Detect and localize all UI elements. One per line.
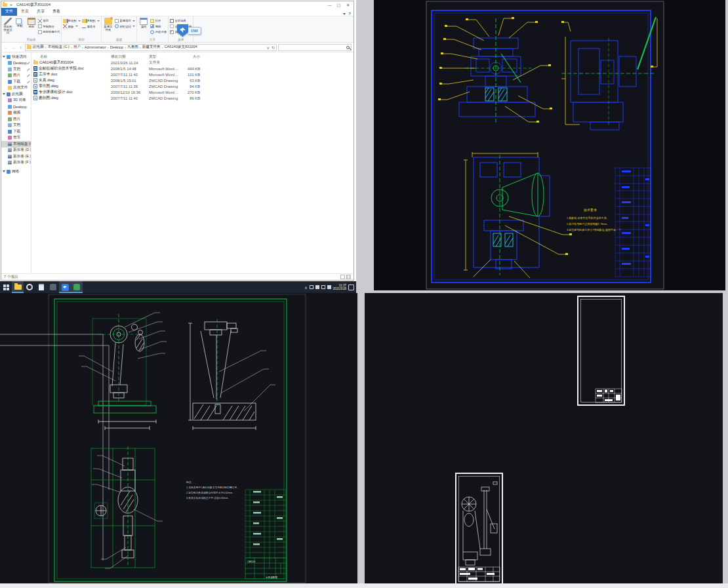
breadcrumb-current-folder[interactable]: CA6140拨叉831004 (164, 45, 198, 50)
breadcrumb-fankantu[interactable]: 凡看图 (127, 45, 139, 50)
tray-security-icon[interactable] (310, 285, 313, 289)
breadcrumb-users[interactable]: 用户 (73, 45, 81, 50)
sidebar-item-network[interactable]: 网络 (1, 168, 31, 175)
open-button[interactable]: 打开 (150, 18, 167, 23)
search-box[interactable] (278, 44, 352, 51)
tab-file[interactable]: 文件 (1, 8, 17, 16)
taskbar-explorer-button[interactable] (12, 281, 24, 293)
file-row-fixture-dwg[interactable]: 夹具.dwg 2008/1/5 15:01ZWCAD Drawing63 KB (33, 77, 354, 83)
paste-shortcut-button[interactable]: 粘贴快捷方式 (38, 29, 60, 34)
column-date[interactable]: 修改日期 (111, 54, 149, 60)
sidebar-item-desktop[interactable]: Desktop (1, 104, 31, 110)
close-button[interactable]: ✕ (344, 2, 352, 9)
tab-home[interactable]: 主页 (17, 8, 33, 16)
start-button[interactable] (0, 281, 12, 293)
new-folder-button[interactable]: 新建文件夹 (103, 17, 113, 31)
help-icon[interactable]: ? (348, 12, 351, 16)
column-type[interactable]: 类型 (149, 54, 180, 60)
thumbnail-view-icon[interactable] (346, 275, 351, 279)
sidebar-item-volume-f[interactable]: 新加卷 (F:) (1, 160, 31, 167)
history-button[interactable]: 历史记录 (150, 29, 167, 34)
minimize-button[interactable]: — (325, 2, 334, 9)
breadcrumb-new-folder[interactable]: 新建文件夹 (142, 45, 161, 50)
file-row-process-card[interactable]: 工序卡.doc 2007/7/11 11:40Microsoft Word ..… (33, 71, 354, 77)
note-1: 1.装配前,各零件去毛刺并清洗干净。 (567, 216, 609, 220)
window-controls: — ▢ ✕ (325, 2, 352, 9)
sidebar-item-pictures[interactable]: 图片 (1, 116, 31, 123)
maximize-button[interactable]: ▢ (334, 2, 343, 9)
column-size[interactable]: 大小 (180, 54, 200, 60)
desktop-icon (8, 61, 12, 65)
quick-access-toolbar-icon[interactable] (9, 3, 13, 7)
breadcrumb-disk-c[interactable]: 本地磁盘 (C:) (47, 45, 70, 50)
taskbar-dark-app-button[interactable] (47, 281, 59, 293)
sidebar-item-3d-objects[interactable]: 3D 对象 (1, 98, 31, 104)
sidebar-item-local-disk-c[interactable]: 本地磁盘 (C:) (1, 141, 31, 147)
sidebar-item-volume-d[interactable]: 新加卷 (D:) (1, 147, 31, 154)
tray-expand-icon[interactable]: ∧ (304, 285, 307, 290)
easy-access-button[interactable]: 轻松访问 (115, 24, 135, 29)
sidebar-item-pictures-pin[interactable]: 图片 (1, 73, 31, 79)
file-row-doc-college[interactable]: 金献机械职业技术学院.doc 2008/1/5 14:48Microsoft W… (33, 66, 354, 71)
sidebar-item-downloads[interactable]: 下载 (1, 128, 31, 135)
taskbar-document-app-button[interactable] (35, 281, 47, 293)
ribbon-tabs: 文件 主页 共享 查看 ? (1, 9, 354, 16)
copy-to-button[interactable]: 复制到 (82, 18, 100, 23)
cut-button[interactable]: 剪切 (38, 18, 60, 23)
action-center-icon[interactable] (348, 284, 354, 290)
file-row-course-design-doc[interactable]: 专业课课程设计.doc 2000/12/10 16:36Microsoft Wo… (33, 89, 354, 95)
desktop-icon (8, 105, 12, 109)
paste-button[interactable]: 粘贴 (26, 17, 37, 29)
tab-view[interactable]: 查看 (49, 8, 64, 16)
file-row-grinding-dwg[interactable]: 磨削图.dwg 2007/7/11 11:40ZWCAD Drawing86 K… (33, 95, 354, 101)
taskbar-browser-button[interactable] (24, 281, 35, 293)
file-row-part-dwg[interactable]: 零件图.dwg 2007/7/11 11:39ZWCAD Drawing84 K… (33, 83, 354, 89)
taskbar-clock[interactable]: 11:37 2021/3/28 (333, 284, 346, 291)
delete-button[interactable]: 删除 (63, 24, 81, 29)
move-to-button[interactable]: 移动到 (63, 18, 81, 23)
sidebar-item-quick-access[interactable]: 快速访问 (1, 54, 31, 60)
note-2: 2.定位销与夹具体配合间隙不大于0.02mm. (186, 491, 233, 494)
sidebar-item-other-folder[interactable]: 其他文件 (1, 85, 31, 92)
properties-button[interactable]: 属性 (138, 17, 149, 29)
file-row-folder[interactable]: CA6140拨叉831004 2021/3/26 11:24文件夹 (33, 60, 354, 66)
sidebar-item-desktop-pin[interactable]: Desktop (1, 60, 31, 67)
taskbar-green-app-button[interactable] (71, 281, 83, 293)
open-icon (150, 19, 154, 23)
group-label-new: 新建 (103, 37, 135, 42)
sidebar-item-music[interactable]: 音乐 (1, 135, 31, 142)
sidebar-item-this-pc[interactable]: 此电脑 (1, 91, 31, 98)
tray-ime-icon[interactable] (327, 285, 331, 289)
copy-path-button[interactable]: 复制路径 (38, 24, 60, 29)
tray-volume-icon[interactable] (315, 285, 319, 289)
sidebar-item-volume-e[interactable]: 新加卷 (E:) (1, 153, 31, 160)
taskbar-cad-app-button[interactable] (59, 281, 71, 293)
notes-title: 附注: (186, 480, 192, 484)
sidebar-item-downloads-pin[interactable]: 下载 (1, 79, 31, 85)
address-dropdown-icon[interactable]: ∨ (267, 45, 270, 50)
edit-button[interactable]: 编辑 (150, 24, 167, 29)
back-button[interactable]: ← (3, 45, 9, 50)
breadcrumb-this-pc[interactable]: 此电脑 (32, 45, 45, 50)
new-item-button[interactable]: 新建项目 (115, 18, 135, 23)
details-view-icon[interactable] (340, 275, 345, 279)
collapse-ribbon-icon[interactable] (343, 13, 346, 15)
sidebar-item-documents-pin[interactable]: 文档 (1, 66, 31, 73)
search-input[interactable] (280, 45, 346, 49)
rename-button[interactable]: 重命名 (82, 24, 100, 29)
column-name[interactable]: 名称 (33, 54, 111, 60)
sidebar-item-videos[interactable]: 视频 (1, 110, 31, 117)
window-folder-icon (3, 3, 7, 7)
refresh-icon[interactable]: ↻ (272, 45, 275, 50)
tray-network-icon[interactable] (321, 285, 325, 289)
select-all-button[interactable]: 全部选择 (170, 18, 192, 23)
breadcrumb-administrator[interactable]: Administrator (84, 45, 107, 49)
up-button[interactable]: ↑ (18, 45, 24, 50)
pin-to-quick-access-button[interactable]: 固定到快速访问 (3, 17, 13, 35)
copy-button[interactable]: 复制 (14, 17, 25, 28)
sidebar-item-documents[interactable]: 文档 (1, 123, 31, 129)
forward-button[interactable]: → (10, 45, 16, 50)
tab-share[interactable]: 共享 (33, 8, 49, 16)
breadcrumb-desktop[interactable]: Desktop (110, 45, 125, 49)
breadcrumb[interactable]: 此电脑› 本地磁盘 (C:)› 用户› Administrator› Deskt… (25, 44, 277, 51)
